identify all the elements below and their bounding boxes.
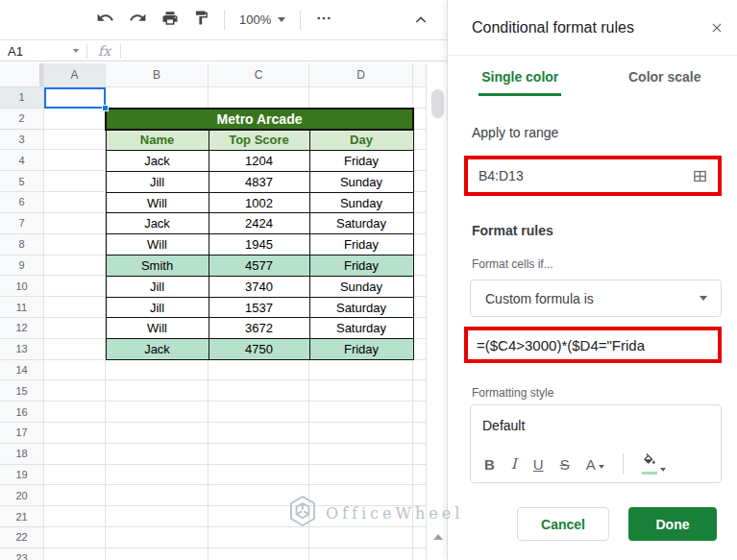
grid-cell[interactable] [44,506,106,527]
grid-cell[interactable] [413,234,427,256]
grid-cell[interactable] [413,256,427,277]
table-cell[interactable]: Will [106,234,209,256]
table-header-cell[interactable]: Name [106,130,209,151]
formula-value[interactable]: =($C4>3000)*($D4="Frida [468,337,645,353]
grid-cell[interactable] [413,213,427,234]
grid-cell[interactable] [44,548,106,560]
grid-cell[interactable] [106,548,209,560]
row-header[interactable]: 20 [0,485,44,506]
grid-cell[interactable] [413,380,427,402]
grid-cell[interactable] [209,87,309,109]
grid-cell[interactable] [413,297,427,318]
grid-cell[interactable] [209,423,309,444]
row-header[interactable]: 13 [0,339,44,360]
column-header-d[interactable]: D [309,63,413,87]
table-cell[interactable]: Jill [106,276,209,297]
table-cell[interactable]: 1002 [209,192,309,213]
grid-cell[interactable] [209,402,309,423]
table-cell[interactable]: Friday [309,234,413,256]
grid-cell[interactable] [44,527,106,548]
grid-cell[interactable] [413,87,427,109]
grid-cell[interactable] [44,276,106,297]
selected-cell[interactable] [44,87,106,109]
apply-to-range-field[interactable]: B4:D13 [464,156,722,196]
table-cell[interactable]: Will [106,318,209,339]
grid-cell[interactable] [209,548,309,560]
grid-cell[interactable] [44,192,106,213]
grid-cell[interactable] [413,485,427,506]
row-header[interactable]: 14 [0,360,44,381]
grid-cell[interactable] [106,87,209,109]
table-cell[interactable]: Jack [106,151,209,172]
row-header[interactable]: 11 [0,297,44,318]
grid-cell[interactable] [413,192,427,213]
vertical-scrollbar-thumb[interactable] [431,89,444,118]
condition-dropdown[interactable]: Custom formula is [470,280,722,317]
table-cell[interactable]: Sunday [309,171,413,192]
grid-cell[interactable] [309,87,413,109]
grid-cell[interactable] [413,339,427,360]
grid-cell[interactable] [106,485,209,506]
italic-button[interactable]: I [511,457,517,472]
grid-cell[interactable] [209,380,309,402]
grid-cell[interactable] [309,485,413,506]
grid-cell[interactable] [209,485,309,506]
grid-cell[interactable] [44,402,106,423]
row-header[interactable]: 2 [0,109,44,130]
table-title[interactable]: Metro Arcade [106,109,413,130]
grid-cell[interactable] [106,423,209,444]
table-cell[interactable]: Will [106,192,209,213]
table-cell[interactable]: 3672 [209,318,309,339]
bold-button[interactable]: B [484,457,495,472]
grid-cell[interactable] [309,360,413,381]
row-header[interactable]: 18 [0,444,44,465]
paint-format-button[interactable] [193,10,209,30]
table-cell[interactable]: 1204 [209,151,309,172]
collapse-toolbar-button[interactable] [413,12,429,32]
grid-cell[interactable] [44,171,106,192]
row-header[interactable]: 7 [0,213,44,234]
grid-cell[interactable] [209,506,309,527]
grid-cell[interactable] [309,423,413,444]
grid-cell[interactable] [44,380,106,402]
grid-cell[interactable] [309,506,413,527]
grid-cell[interactable] [44,360,106,381]
grid-cell[interactable] [106,380,209,402]
table-cell[interactable]: 2424 [209,213,309,234]
select-all-corner[interactable] [0,63,44,87]
grid-cell[interactable] [106,506,209,527]
grid-cell[interactable] [413,318,427,339]
close-button[interactable] [710,21,724,38]
row-header[interactable]: 22 [0,527,44,548]
table-header-cell[interactable]: Top Score [209,130,309,151]
zoom-dropdown[interactable]: 100% [239,12,285,27]
grid-cell[interactable] [44,339,106,360]
table-cell[interactable]: Jill [106,297,209,318]
column-header-partial[interactable] [413,63,427,87]
fill-handle[interactable] [102,105,109,111]
grid-cell[interactable] [44,234,106,256]
grid-cell[interactable] [106,360,209,381]
column-header-a[interactable]: A [44,63,106,87]
row-header[interactable]: 17 [0,423,44,444]
strikethrough-button[interactable]: S [560,457,570,472]
name-box[interactable]: A1 [0,44,86,59]
underline-button[interactable]: U [533,457,544,472]
grid-cell[interactable] [106,527,209,548]
text-color-button[interactable]: A [586,457,604,472]
grid-cell[interactable] [106,444,209,465]
more-options-button[interactable] [315,10,332,31]
row-header[interactable]: 8 [0,234,44,256]
table-cell[interactable]: Friday [309,256,413,277]
grid-cell[interactable] [413,276,427,297]
grid-cell[interactable] [209,360,309,381]
table-cell[interactable]: 4577 [209,256,309,277]
grid-cell[interactable] [44,318,106,339]
tab-single-color[interactable]: Single color [448,56,593,98]
table-cell[interactable]: 1945 [209,234,309,256]
column-header-b[interactable]: B [106,63,209,87]
row-header[interactable]: 19 [0,465,44,486]
grid-cell[interactable] [309,465,413,486]
row-header[interactable]: 16 [0,402,44,423]
table-cell[interactable]: Sunday [309,192,413,213]
